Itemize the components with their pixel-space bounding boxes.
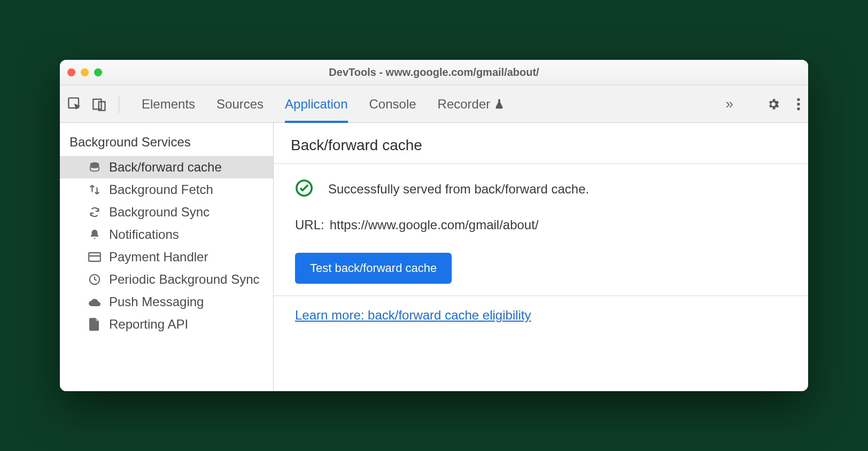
sidebar-item-label: Back/forward cache xyxy=(109,160,222,175)
flask-icon xyxy=(493,98,505,110)
sidebar-item-label: Reporting API xyxy=(109,317,188,332)
status-message: Successfully served from back/forward ca… xyxy=(328,182,589,197)
url-label: URL: xyxy=(295,217,324,232)
panel-tabs: Elements Sources Application Console Rec… xyxy=(142,85,505,122)
tab-console[interactable]: Console xyxy=(369,85,416,122)
status-block: Successfully served from back/forward ca… xyxy=(274,164,808,296)
learn-more-link[interactable]: Learn more: back/forward cache eligibili… xyxy=(295,308,531,322)
tab-recorder-label: Recorder xyxy=(438,97,491,112)
transfer-icon xyxy=(88,183,102,197)
svg-rect-1 xyxy=(93,99,101,109)
sidebar-item-background-sync[interactable]: Background Sync xyxy=(60,201,273,223)
sidebar-item-label: Notifications xyxy=(109,227,179,242)
sidebar-item-label: Periodic Background Sync xyxy=(109,272,259,287)
tab-sources[interactable]: Sources xyxy=(216,85,264,122)
application-sidebar: Background Services Back/forward cache B… xyxy=(60,123,274,391)
kebab-menu-icon[interactable] xyxy=(796,97,801,111)
devtools-toolbar: Elements Sources Application Console Rec… xyxy=(60,85,808,123)
url-value: https://www.google.com/gmail/about/ xyxy=(330,217,539,232)
tab-recorder[interactable]: Recorder xyxy=(438,85,506,122)
settings-icon[interactable] xyxy=(766,97,780,111)
sidebar-item-notifications[interactable]: Notifications xyxy=(60,223,273,246)
creditcard-icon xyxy=(88,250,102,264)
sidebar-item-label: Background Sync xyxy=(109,205,210,220)
titlebar: DevTools - www.google.com/gmail/about/ xyxy=(60,60,808,85)
traffic-lights xyxy=(67,68,102,76)
sidebar-item-label: Push Messaging xyxy=(109,294,204,309)
devtools-window: DevTools - www.google.com/gmail/about/ E… xyxy=(60,60,808,391)
device-toggle-icon[interactable] xyxy=(92,97,107,112)
clock-icon xyxy=(88,273,102,286)
sidebar-item-label: Payment Handler xyxy=(109,250,208,265)
inspect-element-icon[interactable] xyxy=(67,97,82,112)
bell-icon xyxy=(88,228,102,242)
panel-title: Back/forward cache xyxy=(274,123,808,164)
svg-point-4 xyxy=(797,103,800,105)
sidebar-item-label: Background Fetch xyxy=(109,182,213,197)
toolbar-separator xyxy=(119,95,119,113)
main-panel: Back/forward cache Successfully served f… xyxy=(274,123,808,391)
tab-application[interactable]: Application xyxy=(285,85,347,122)
window-title: DevTools - www.google.com/gmail/about/ xyxy=(60,66,808,79)
sidebar-item-bfcache[interactable]: Back/forward cache xyxy=(60,156,273,178)
file-icon xyxy=(88,317,102,331)
tab-elements[interactable]: Elements xyxy=(142,85,195,122)
database-icon xyxy=(88,160,102,174)
sync-icon xyxy=(88,205,102,219)
sidebar-item-periodic-sync[interactable]: Periodic Background Sync xyxy=(60,268,273,291)
svg-point-3 xyxy=(797,98,800,100)
cloud-icon xyxy=(88,295,102,309)
svg-point-5 xyxy=(797,107,800,110)
sidebar-item-background-fetch[interactable]: Background Fetch xyxy=(60,178,273,201)
success-check-icon xyxy=(295,179,313,199)
test-bfcache-button[interactable]: Test back/forward cache xyxy=(295,253,452,284)
sidebar-item-push-messaging[interactable]: Push Messaging xyxy=(60,291,273,313)
sidebar-section-title: Background Services xyxy=(60,123,273,156)
zoom-window-button[interactable] xyxy=(94,68,102,76)
minimize-window-button[interactable] xyxy=(81,68,89,76)
close-window-button[interactable] xyxy=(67,68,75,76)
sidebar-item-reporting-api[interactable]: Reporting API xyxy=(60,313,273,336)
more-tabs-icon[interactable]: » xyxy=(726,96,731,112)
sidebar-item-payment-handler[interactable]: Payment Handler xyxy=(60,246,273,268)
svg-rect-7 xyxy=(89,253,100,261)
